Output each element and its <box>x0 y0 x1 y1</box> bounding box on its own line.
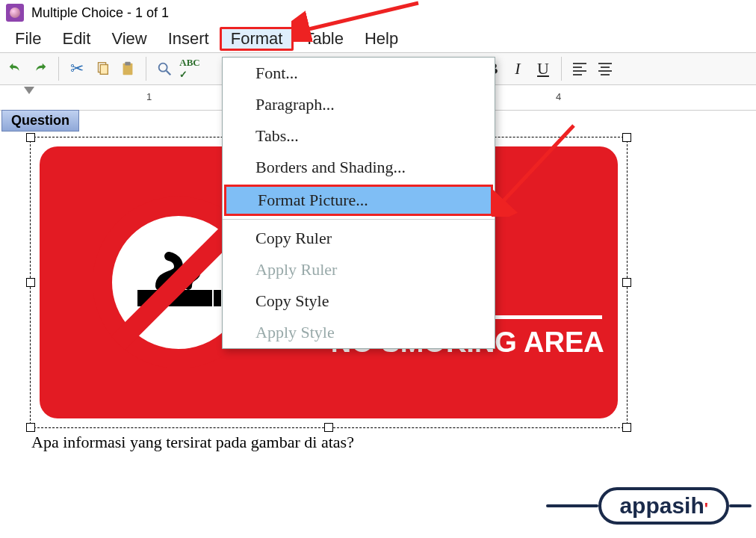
svg-rect-6 <box>137 290 212 306</box>
indent-marker-icon[interactable] <box>24 87 34 94</box>
format-dropdown: Font... Paragraph... Tabs... Borders and… <box>222 57 495 349</box>
svg-point-4 <box>159 64 167 72</box>
annotation-arrow-format-picture <box>492 120 581 217</box>
svg-line-8 <box>303 3 418 31</box>
align-left-icon[interactable] <box>569 58 590 79</box>
underline-button[interactable]: U <box>533 58 554 79</box>
menu-tabs[interactable]: Tabs... <box>223 120 495 152</box>
resize-handle-s[interactable] <box>324 423 333 432</box>
svg-rect-1 <box>100 65 108 75</box>
redo-icon[interactable] <box>30 58 51 79</box>
menu-font[interactable]: Font... <box>223 58 495 89</box>
app-icon <box>6 4 24 22</box>
resize-handle-nw[interactable] <box>26 133 35 142</box>
menu-view[interactable]: View <box>101 28 157 50</box>
resize-handle-se[interactable] <box>622 423 631 432</box>
watermark-dot-icon: ' <box>704 499 708 519</box>
resize-handle-ne[interactable] <box>622 133 631 142</box>
resize-handle-sw[interactable] <box>26 423 35 432</box>
watermark: appasih ' <box>546 487 752 525</box>
annotation-arrow-format <box>291 0 426 42</box>
menu-copy-style[interactable]: Copy Style <box>223 285 495 317</box>
find-icon[interactable] <box>154 58 175 79</box>
cut-icon[interactable]: ✂ <box>66 58 87 79</box>
menu-format-picture[interactable]: Format Picture... <box>224 185 493 216</box>
menu-format[interactable]: Format <box>220 27 294 51</box>
svg-rect-3 <box>125 62 130 66</box>
menu-apply-ruler: Apply Ruler <box>223 254 495 285</box>
copy-icon[interactable] <box>92 58 113 79</box>
spellcheck-icon[interactable]: ABC✓ <box>179 58 200 79</box>
menu-copy-ruler[interactable]: Copy Ruler <box>223 223 495 254</box>
watermark-text: appasih <box>619 493 704 519</box>
italic-button[interactable]: I <box>507 58 528 79</box>
menu-apply-style: Apply Style <box>223 317 495 348</box>
svg-line-9 <box>499 126 574 205</box>
menu-insert[interactable]: Insert <box>158 28 220 50</box>
menu-paragraph[interactable]: Paragraph... <box>223 89 495 120</box>
undo-icon[interactable] <box>4 58 25 79</box>
paste-icon[interactable] <box>117 58 138 79</box>
window-title: Multiple Choice - 1 of 1 <box>31 5 169 21</box>
question-tab[interactable]: Question <box>1 110 79 132</box>
menu-borders-shading[interactable]: Borders and Shading... <box>223 152 495 183</box>
menu-edit[interactable]: Edit <box>52 28 101 50</box>
svg-line-5 <box>167 71 171 75</box>
svg-rect-7 <box>214 290 221 306</box>
resize-handle-w[interactable] <box>26 278 35 287</box>
align-center-icon[interactable] <box>595 58 616 79</box>
resize-handle-e[interactable] <box>622 278 631 287</box>
menu-file[interactable]: File <box>4 28 52 50</box>
